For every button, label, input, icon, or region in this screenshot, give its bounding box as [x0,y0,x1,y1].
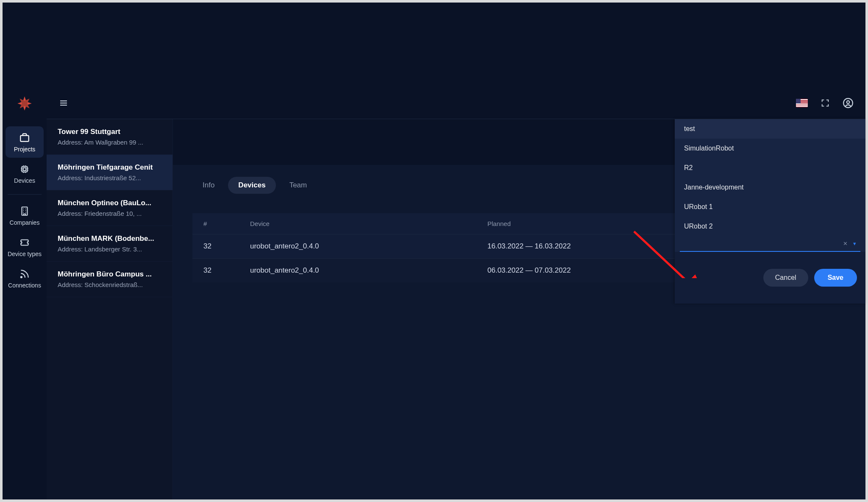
save-button[interactable]: Save [814,269,857,287]
sidebar-item-device-types[interactable]: Device types [6,231,44,262]
svg-rect-9 [22,167,28,172]
dropdown-options-list: test SimulationRobot R2 Janne-developmen… [675,119,865,236]
project-title: Tower 99 Stuttgart [58,128,161,136]
project-title: München Optineo (BauLo... [58,199,161,207]
project-item[interactable]: München Optineo (BauLo... Address: Fried… [47,190,172,226]
blank-top-region [3,3,865,87]
app-logo [14,93,35,114]
caret-down-icon[interactable]: ▾ [853,240,856,247]
project-item[interactable]: Möhringen Büro Campus ... Address: Schoc… [47,262,172,297]
svg-rect-8 [20,136,29,142]
column-header-device: Device [239,213,476,234]
dropdown-option[interactable]: URobot 2 [675,217,865,236]
cancel-button[interactable]: Cancel [763,269,808,287]
cell-num: 32 [192,234,239,259]
dropdown-search-input[interactable] [680,239,860,252]
clear-icon[interactable]: ✕ [843,240,848,247]
icon-rail: Projects Devices Companies Device types [3,87,47,499]
cell-device: urobot_antero2_0.4.0 [239,234,476,259]
sidebar-label-device-types: Device types [8,251,42,257]
sidebar-label-devices: Devices [14,177,35,184]
tab-devices[interactable]: Devices [228,177,275,194]
rail-divider [8,194,42,195]
sidebar-item-companies[interactable]: Companies [6,200,44,231]
svg-point-14 [847,101,850,104]
tab-info[interactable]: Info [192,177,225,194]
dropdown-option[interactable]: R2 [675,158,865,178]
project-title: Möhringen Büro Campus ... [58,270,161,279]
dropdown-option[interactable]: Janne-development [675,178,865,197]
top-bar [47,87,865,119]
fullscreen-icon[interactable] [821,98,830,108]
language-flag-us[interactable] [796,99,808,107]
svg-point-12 [21,276,22,278]
sidebar-item-projects[interactable]: Projects [6,126,44,158]
chip-icon [19,164,30,175]
sidebar-label-companies: Companies [10,219,40,226]
account-icon[interactable] [843,98,854,109]
project-address: Address: Landsberger Str. 3... [58,245,161,253]
project-address: Address: Am Wallgraben 99 ... [58,139,161,146]
project-item[interactable]: Tower 99 Stuttgart Address: Am Wallgrabe… [47,119,172,155]
project-item[interactable]: München MARK (Bodenbe... Address: Landsb… [47,226,172,262]
sidebar-item-connections[interactable]: Connections [6,262,44,294]
sidebar-label-connections: Connections [8,282,41,289]
project-address: Address: Friedenstraße 10, ... [58,210,161,217]
dropdown-option[interactable]: SimulationRobot [675,139,865,158]
hamburger-icon[interactable] [58,98,69,108]
project-title: München MARK (Bodenbe... [58,234,161,243]
column-header-num: # [192,213,239,234]
project-address: Address: Schockenriedstraß... [58,281,161,288]
sidebar-item-devices[interactable]: Devices [6,158,44,189]
cell-num: 32 [192,259,239,283]
dropdown-option[interactable]: URobot 1 [675,197,865,217]
sidebar-label-projects: Projects [14,146,36,153]
project-list: Tower 99 Stuttgart Address: Am Wallgrabe… [47,119,173,499]
tab-team[interactable]: Team [279,177,317,194]
ticket-icon [19,237,30,248]
building-icon [19,206,30,217]
svg-rect-10 [23,168,26,171]
rss-icon [19,268,30,279]
device-select-dropdown: test SimulationRobot R2 Janne-developmen… [675,119,865,304]
project-address: Address: Industriestraße 52... [58,174,161,181]
project-title: Möhringen Tiefgarage Cenit [58,163,161,172]
dropdown-option[interactable]: test [675,119,865,139]
project-item[interactable]: Möhringen Tiefgarage Cenit Address: Indu… [47,155,172,190]
cell-device: urobot_antero2_0.4.0 [239,259,476,283]
briefcase-icon [19,132,30,143]
